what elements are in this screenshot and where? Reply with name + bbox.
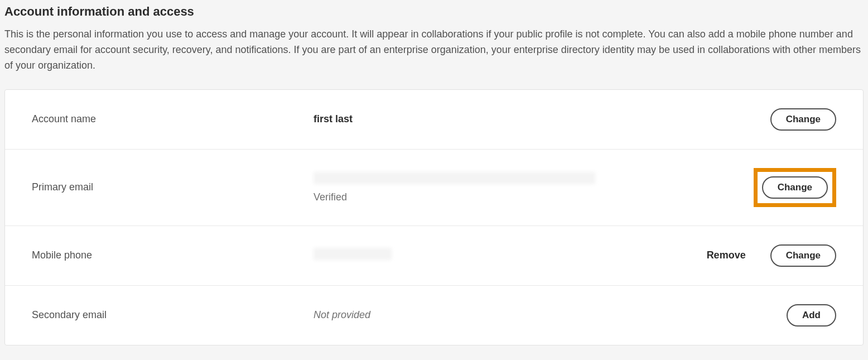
primary-email-label: Primary email bbox=[32, 181, 314, 193]
secondary-email-text: Not provided bbox=[314, 309, 370, 320]
change-account-name-button[interactable]: Change bbox=[770, 108, 836, 131]
account-info-card: Account name first last Change Primary e… bbox=[4, 89, 864, 345]
change-mobile-phone-button[interactable]: Change bbox=[770, 244, 836, 267]
account-name-text: first last bbox=[314, 113, 353, 124]
row-secondary-email: Secondary email Not provided Add bbox=[5, 286, 863, 345]
secondary-email-actions: Add bbox=[787, 304, 836, 327]
primary-email-status: Verified bbox=[314, 191, 754, 203]
primary-email-redacted bbox=[314, 172, 595, 184]
row-account-name: Account name first last Change bbox=[5, 90, 863, 150]
account-name-value: first last bbox=[314, 113, 770, 125]
remove-mobile-phone-link[interactable]: Remove bbox=[707, 249, 746, 261]
row-mobile-phone: Mobile phone Remove Change bbox=[5, 226, 863, 286]
section-title: Account information and access bbox=[4, 4, 864, 19]
primary-email-actions: Change bbox=[754, 168, 836, 207]
account-name-label: Account name bbox=[32, 113, 314, 125]
add-secondary-email-button[interactable]: Add bbox=[787, 304, 836, 327]
primary-email-value: Verified bbox=[314, 172, 754, 203]
account-name-actions: Change bbox=[770, 108, 836, 131]
primary-email-highlight: Change bbox=[754, 168, 836, 207]
mobile-phone-label: Mobile phone bbox=[32, 249, 314, 261]
secondary-email-label: Secondary email bbox=[32, 309, 314, 321]
row-primary-email: Primary email Verified Change bbox=[5, 150, 863, 226]
mobile-phone-value bbox=[314, 248, 707, 263]
section-description: This is the personal information you use… bbox=[4, 27, 864, 74]
mobile-phone-redacted bbox=[314, 248, 392, 260]
secondary-email-value: Not provided bbox=[314, 309, 787, 321]
change-primary-email-button[interactable]: Change bbox=[762, 176, 828, 199]
mobile-phone-actions: Remove Change bbox=[707, 244, 836, 267]
